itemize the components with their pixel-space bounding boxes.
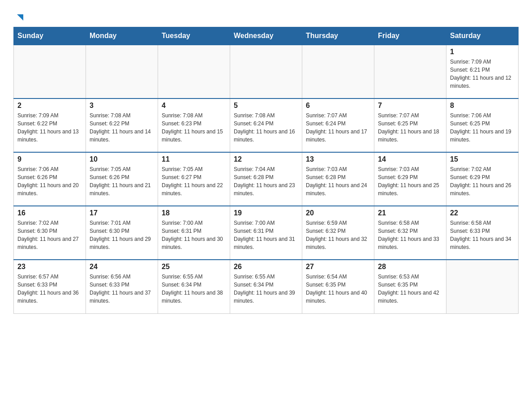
- day-info: Sunrise: 6:58 AM Sunset: 6:33 PM Dayligh…: [450, 219, 515, 251]
- calendar-cell: 14Sunrise: 7:03 AM Sunset: 6:29 PM Dayli…: [374, 152, 446, 206]
- calendar-cell: 18Sunrise: 7:00 AM Sunset: 6:31 PM Dayli…: [158, 206, 230, 260]
- calendar-table: SundayMondayTuesdayWednesdayThursdayFrid…: [13, 27, 519, 314]
- day-number: 26: [234, 263, 298, 271]
- calendar-week-row: 16Sunrise: 7:02 AM Sunset: 6:30 PM Dayli…: [14, 206, 519, 260]
- calendar-cell: 16Sunrise: 7:02 AM Sunset: 6:30 PM Dayli…: [14, 206, 86, 260]
- weekday-header-wednesday: Wednesday: [230, 27, 302, 45]
- calendar-week-row: 9Sunrise: 7:06 AM Sunset: 6:26 PM Daylig…: [14, 152, 519, 206]
- day-info: Sunrise: 7:08 AM Sunset: 6:24 PM Dayligh…: [234, 111, 298, 144]
- calendar-cell: [446, 260, 519, 313]
- day-info: Sunrise: 6:55 AM Sunset: 6:34 PM Dayligh…: [162, 273, 226, 305]
- day-info: Sunrise: 6:58 AM Sunset: 6:32 PM Dayligh…: [378, 219, 442, 251]
- calendar-cell: [230, 45, 302, 98]
- day-info: Sunrise: 7:02 AM Sunset: 6:30 PM Dayligh…: [17, 219, 82, 251]
- day-info: Sunrise: 7:07 AM Sunset: 6:24 PM Dayligh…: [306, 111, 370, 144]
- day-number: 13: [306, 155, 370, 163]
- day-number: 16: [17, 209, 82, 217]
- day-info: Sunrise: 7:01 AM Sunset: 6:30 PM Dayligh…: [90, 219, 154, 251]
- day-number: 5: [234, 102, 298, 110]
- day-number: 14: [378, 155, 442, 163]
- calendar-week-row: 23Sunrise: 6:57 AM Sunset: 6:33 PM Dayli…: [14, 260, 519, 313]
- calendar-cell: 28Sunrise: 6:53 AM Sunset: 6:35 PM Dayli…: [374, 260, 446, 313]
- day-number: 4: [162, 102, 226, 110]
- weekday-header-tuesday: Tuesday: [158, 27, 230, 45]
- weekday-header-row: SundayMondayTuesdayWednesdayThursdayFrid…: [14, 27, 519, 45]
- calendar-cell: 5Sunrise: 7:08 AM Sunset: 6:24 PM Daylig…: [230, 98, 302, 152]
- day-number: 6: [306, 102, 370, 110]
- calendar-cell: 2Sunrise: 7:09 AM Sunset: 6:22 PM Daylig…: [14, 98, 86, 152]
- day-number: 18: [162, 209, 226, 217]
- calendar-cell: 17Sunrise: 7:01 AM Sunset: 6:30 PM Dayli…: [86, 206, 158, 260]
- day-number: 8: [450, 102, 515, 110]
- day-number: 2: [17, 102, 82, 110]
- calendar-cell: [374, 45, 446, 98]
- calendar-week-row: 1Sunrise: 7:09 AM Sunset: 6:21 PM Daylig…: [14, 45, 519, 98]
- day-number: 3: [90, 102, 154, 110]
- calendar-cell: 12Sunrise: 7:04 AM Sunset: 6:28 PM Dayli…: [230, 152, 302, 206]
- day-number: 22: [450, 209, 515, 217]
- day-info: Sunrise: 7:02 AM Sunset: 6:29 PM Dayligh…: [450, 165, 515, 197]
- calendar-cell: 20Sunrise: 6:59 AM Sunset: 6:32 PM Dayli…: [302, 206, 374, 260]
- calendar-cell: 7Sunrise: 7:07 AM Sunset: 6:25 PM Daylig…: [374, 98, 446, 152]
- calendar-cell: 13Sunrise: 7:03 AM Sunset: 6:28 PM Dayli…: [302, 152, 374, 206]
- day-number: 27: [306, 263, 370, 271]
- weekday-header-sunday: Sunday: [14, 27, 86, 45]
- day-info: Sunrise: 7:00 AM Sunset: 6:31 PM Dayligh…: [234, 219, 298, 251]
- calendar-cell: 4Sunrise: 7:08 AM Sunset: 6:23 PM Daylig…: [158, 98, 230, 152]
- day-info: Sunrise: 7:04 AM Sunset: 6:28 PM Dayligh…: [234, 165, 298, 197]
- calendar-cell: [14, 45, 86, 98]
- day-info: Sunrise: 7:06 AM Sunset: 6:26 PM Dayligh…: [17, 165, 82, 197]
- day-number: 21: [378, 209, 442, 217]
- day-number: 1: [450, 48, 515, 56]
- calendar-cell: 6Sunrise: 7:07 AM Sunset: 6:24 PM Daylig…: [302, 98, 374, 152]
- day-number: 11: [162, 155, 226, 163]
- day-info: Sunrise: 7:05 AM Sunset: 6:26 PM Dayligh…: [90, 165, 154, 197]
- day-number: 24: [90, 263, 154, 271]
- day-number: 20: [306, 209, 370, 217]
- day-info: Sunrise: 7:03 AM Sunset: 6:28 PM Dayligh…: [306, 165, 370, 197]
- day-number: 19: [234, 209, 298, 217]
- day-info: Sunrise: 7:08 AM Sunset: 6:23 PM Dayligh…: [162, 111, 226, 144]
- calendar-cell: 10Sunrise: 7:05 AM Sunset: 6:26 PM Dayli…: [86, 152, 158, 206]
- day-info: Sunrise: 7:07 AM Sunset: 6:25 PM Dayligh…: [378, 111, 442, 144]
- day-number: 7: [378, 102, 442, 110]
- calendar-cell: [86, 45, 158, 98]
- calendar-cell: 27Sunrise: 6:54 AM Sunset: 6:35 PM Dayli…: [302, 260, 374, 313]
- day-number: 28: [378, 263, 442, 271]
- day-info: Sunrise: 6:56 AM Sunset: 6:33 PM Dayligh…: [90, 273, 154, 305]
- day-number: 17: [90, 209, 154, 217]
- calendar-cell: 23Sunrise: 6:57 AM Sunset: 6:33 PM Dayli…: [14, 260, 86, 313]
- day-number: 10: [90, 155, 154, 163]
- calendar-cell: [158, 45, 230, 98]
- calendar-cell: [302, 45, 374, 98]
- logo: [13, 9, 24, 22]
- calendar-cell: 11Sunrise: 7:05 AM Sunset: 6:27 PM Dayli…: [158, 152, 230, 206]
- day-number: 12: [234, 155, 298, 163]
- weekday-header-monday: Monday: [86, 27, 158, 45]
- calendar-cell: 25Sunrise: 6:55 AM Sunset: 6:34 PM Dayli…: [158, 260, 230, 313]
- page-header: [13, 9, 519, 22]
- calendar-cell: 22Sunrise: 6:58 AM Sunset: 6:33 PM Dayli…: [446, 206, 519, 260]
- calendar-cell: 8Sunrise: 7:06 AM Sunset: 6:25 PM Daylig…: [446, 98, 519, 152]
- day-info: Sunrise: 7:06 AM Sunset: 6:25 PM Dayligh…: [450, 111, 515, 144]
- day-info: Sunrise: 7:05 AM Sunset: 6:27 PM Dayligh…: [162, 165, 226, 197]
- day-info: Sunrise: 7:03 AM Sunset: 6:29 PM Dayligh…: [378, 165, 442, 197]
- day-info: Sunrise: 7:09 AM Sunset: 6:22 PM Dayligh…: [17, 111, 82, 144]
- calendar-cell: 19Sunrise: 7:00 AM Sunset: 6:31 PM Dayli…: [230, 206, 302, 260]
- weekday-header-thursday: Thursday: [302, 27, 374, 45]
- logo-arrow-icon: [14, 13, 24, 22]
- day-info: Sunrise: 7:00 AM Sunset: 6:31 PM Dayligh…: [162, 219, 226, 251]
- day-info: Sunrise: 6:55 AM Sunset: 6:34 PM Dayligh…: [234, 273, 298, 305]
- day-info: Sunrise: 6:59 AM Sunset: 6:32 PM Dayligh…: [306, 219, 370, 251]
- calendar-cell: 9Sunrise: 7:06 AM Sunset: 6:26 PM Daylig…: [14, 152, 86, 206]
- day-info: Sunrise: 6:53 AM Sunset: 6:35 PM Dayligh…: [378, 273, 442, 305]
- day-info: Sunrise: 7:08 AM Sunset: 6:22 PM Dayligh…: [90, 111, 154, 144]
- day-info: Sunrise: 6:57 AM Sunset: 6:33 PM Dayligh…: [17, 273, 82, 305]
- day-number: 15: [450, 155, 515, 163]
- calendar-cell: 21Sunrise: 6:58 AM Sunset: 6:32 PM Dayli…: [374, 206, 446, 260]
- calendar-cell: 3Sunrise: 7:08 AM Sunset: 6:22 PM Daylig…: [86, 98, 158, 152]
- calendar-cell: 24Sunrise: 6:56 AM Sunset: 6:33 PM Dayli…: [86, 260, 158, 313]
- calendar-cell: 15Sunrise: 7:02 AM Sunset: 6:29 PM Dayli…: [446, 152, 519, 206]
- day-info: Sunrise: 7:09 AM Sunset: 6:21 PM Dayligh…: [450, 58, 515, 90]
- day-number: 25: [162, 263, 226, 271]
